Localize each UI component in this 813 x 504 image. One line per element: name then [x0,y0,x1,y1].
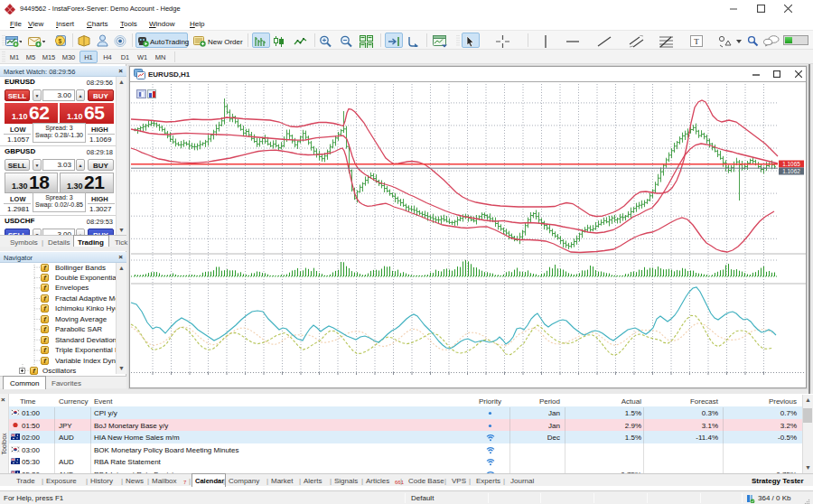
svg-text:T: T [694,37,699,46]
svg-text:$: $ [59,38,62,45]
svg-text:1.1062: 1.1062 [782,168,800,174]
svg-text:1.1065: 1.1065 [782,161,800,167]
